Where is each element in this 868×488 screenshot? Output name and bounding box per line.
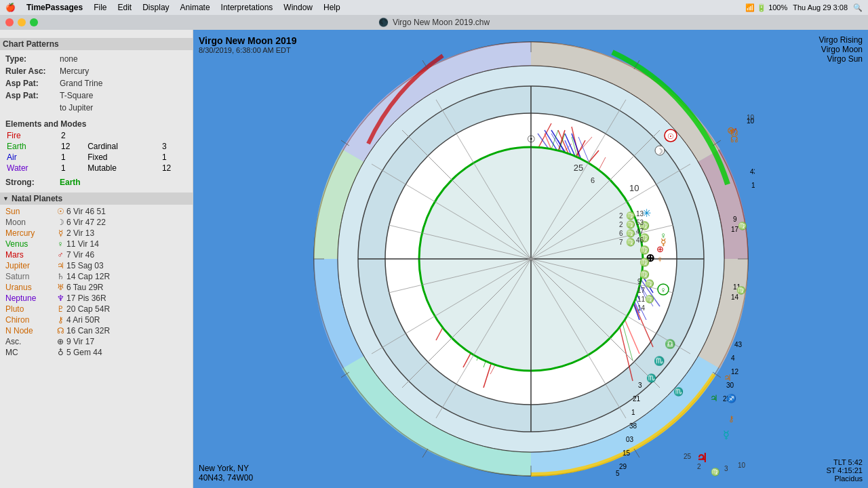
maximize-button[interactable] bbox=[30, 18, 38, 26]
svg-line-46 bbox=[422, 449, 428, 458]
menu-window[interactable]: Window bbox=[283, 3, 313, 12]
svg-text:⊗: ⊗ bbox=[727, 125, 735, 136]
planet-jupiter: Jupiter ♃ 15 Sag 03 bbox=[5, 260, 187, 271]
jupiter-data: 15 Sag 03 bbox=[66, 261, 104, 270]
asp-pat-2-row: Asp Pat: T-Square bbox=[5, 89, 187, 102]
menu-file[interactable]: File bbox=[94, 3, 106, 12]
ruler-value: Mercury bbox=[60, 66, 89, 76]
asc-data: 9 Vir 17 bbox=[66, 337, 94, 346]
collapse-icon[interactable]: ▼ bbox=[3, 195, 9, 202]
svg-text:♃: ♃ bbox=[696, 451, 707, 465]
titlebar: 🌑 Virgo New Moon 2019.chw bbox=[0, 15, 868, 30]
svg-text:9: 9 bbox=[637, 278, 642, 285]
menu-edit[interactable]: Edit bbox=[118, 3, 132, 12]
nnode-name: N Node bbox=[5, 326, 54, 336]
svg-text:03: 03 bbox=[626, 436, 634, 443]
chart-location: New York, NY bbox=[199, 464, 253, 473]
air-label: Air bbox=[7, 152, 17, 162]
svg-text:53: 53 bbox=[636, 219, 644, 226]
element-earth: Earth 12 Cardinal 3 bbox=[5, 141, 187, 152]
air-mode: Fixed bbox=[86, 152, 161, 163]
earth-label: Earth bbox=[7, 142, 26, 151]
svg-text:2: 2 bbox=[619, 212, 623, 220]
sun-name: Sun bbox=[5, 207, 54, 216]
element-fire: Fire 2 bbox=[5, 130, 187, 141]
svg-text:47: 47 bbox=[636, 228, 644, 235]
planet-asc: Asc. ⊕ 9 Vir 17 bbox=[5, 336, 187, 347]
close-button[interactable] bbox=[5, 18, 14, 26]
svg-text:♎: ♎ bbox=[665, 338, 676, 350]
planet-nnode: N Node ☊ 16 Can 32R bbox=[5, 325, 187, 336]
pluto-symbol: ♇ bbox=[54, 304, 66, 314]
ruler-label: Ruler Asc: bbox=[5, 66, 60, 76]
svg-text:♍: ♍ bbox=[639, 257, 650, 267]
mc-name: MC bbox=[5, 348, 54, 357]
earth-count: 12 bbox=[60, 141, 86, 152]
mars-name: Mars bbox=[5, 250, 54, 260]
asp-pat-1-value: Grand Trine bbox=[60, 79, 102, 88]
asc-name: Asc. bbox=[5, 337, 54, 346]
svg-text:10: 10 bbox=[738, 462, 746, 469]
svg-text:♏: ♏ bbox=[673, 386, 684, 396]
chart-coords: 40N43, 74W00 bbox=[199, 473, 253, 483]
svg-text:25: 25 bbox=[684, 453, 692, 460]
svg-text:♍: ♍ bbox=[639, 245, 650, 255]
svg-text:11: 11 bbox=[751, 182, 755, 189]
svg-text:♐: ♐ bbox=[726, 393, 736, 403]
jupiter-symbol: ♃ bbox=[54, 261, 66, 270]
chart-title: Virgo New Moon 2019 bbox=[199, 35, 296, 46]
minimize-button[interactable] bbox=[18, 18, 26, 26]
water-count: 1 bbox=[60, 163, 86, 174]
elements-title: Elements and Modes bbox=[5, 119, 187, 129]
menu-animate[interactable]: Animate bbox=[180, 3, 210, 12]
window-controls[interactable] bbox=[5, 18, 38, 26]
strong-value: Earth bbox=[60, 178, 81, 187]
search-icon[interactable]: 🔍 bbox=[853, 3, 863, 12]
pluto-data: 20 Cap 54R bbox=[66, 304, 110, 314]
asp-pat-1-row: Asp Pat: Grand Trine bbox=[5, 77, 187, 89]
uranus-data: 6 Tau 29R bbox=[66, 283, 104, 292]
svg-text:15: 15 bbox=[623, 449, 631, 457]
title-text: Virgo New Moon 2019.chw bbox=[393, 18, 490, 27]
fire-count: 2 bbox=[60, 130, 86, 141]
water-mode: Mutable bbox=[86, 163, 161, 174]
svg-text:4: 4 bbox=[731, 354, 735, 362]
planet-saturn: Saturn ♄ 14 Cap 12R bbox=[5, 271, 187, 282]
mercury-symbol: ☿ bbox=[54, 228, 66, 238]
svg-text:♍: ♍ bbox=[645, 294, 654, 304]
svg-text:♃: ♃ bbox=[710, 393, 718, 403]
svg-text:⚷: ⚷ bbox=[728, 414, 734, 424]
svg-text:♍: ♍ bbox=[626, 220, 635, 229]
asp-pat-2-value: T-Square bbox=[60, 91, 93, 100]
menu-interpretations[interactable]: Interpretations bbox=[221, 3, 273, 12]
earth-mode-count: 3 bbox=[161, 141, 187, 152]
chiron-name: Chiron bbox=[5, 315, 54, 325]
svg-text:♍: ♍ bbox=[645, 279, 654, 288]
svg-text:♀: ♀ bbox=[656, 254, 663, 264]
window-title: 🌑 Virgo New Moon 2019.chw bbox=[378, 18, 490, 27]
svg-text:✳: ✳ bbox=[642, 207, 650, 219]
planet-uranus: Uranus ♅ 6 Tau 29R bbox=[5, 282, 187, 293]
svg-text:☉: ☉ bbox=[526, 134, 535, 144]
svg-text:11: 11 bbox=[637, 296, 646, 303]
svg-text:46: 46 bbox=[636, 237, 644, 244]
svg-text:43: 43 bbox=[750, 168, 755, 176]
svg-text:7: 7 bbox=[619, 239, 623, 246]
elements-table: Fire 2 Earth 12 Cardinal 3 Air 1 Fixed 1… bbox=[5, 130, 187, 174]
apple-menu[interactable]: 🍎 bbox=[5, 3, 16, 12]
app-name[interactable]: TimePassages bbox=[26, 3, 83, 12]
water-label: Water bbox=[7, 163, 28, 173]
planet-neptune: Neptune ♆ 17 Pis 36R bbox=[5, 293, 187, 304]
menu-help[interactable]: Help bbox=[323, 3, 340, 12]
menu-display[interactable]: Display bbox=[142, 3, 169, 12]
svg-text:♃: ♃ bbox=[724, 373, 732, 383]
svg-text:14: 14 bbox=[637, 304, 646, 312]
air-mode-count: 1 bbox=[161, 152, 187, 163]
planet-pluto: Pluto ♇ 20 Cap 54R bbox=[5, 304, 187, 314]
chart-patterns-title: Chart Patterns bbox=[0, 38, 193, 50]
main-content: Chart Patterns Type: none Ruler Asc: Mer… bbox=[0, 30, 868, 488]
chart-top-right: Virgo Rising Virgo Moon Virgo Sun bbox=[819, 35, 863, 64]
saturn-name: Saturn bbox=[5, 272, 54, 281]
menubar-right: 📶 🔋 100% Thu Aug 29 3:08 🔍 bbox=[745, 3, 863, 12]
mercury-name: Mercury bbox=[5, 228, 54, 238]
